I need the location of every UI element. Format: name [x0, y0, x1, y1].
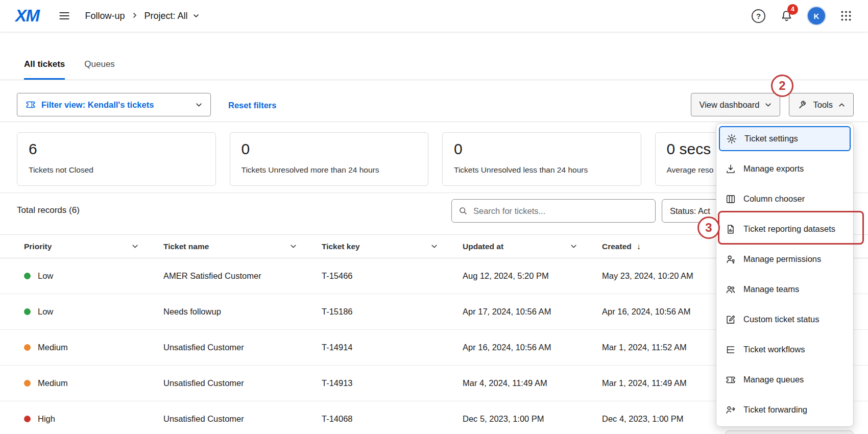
hamburger-menu-icon[interactable]: [58, 9, 71, 22]
tools-dropdown-menu: Ticket settings Manage exports Column ch…: [716, 123, 854, 427]
menu-item-label: Manage queues: [743, 375, 804, 384]
search-icon: [458, 206, 468, 216]
columns-icon: [725, 194, 736, 205]
stat-card-not-closed: 6 Tickets not Closed: [17, 132, 216, 186]
updated-at-cell: Aug 12, 2024, 5:20 PM: [463, 271, 602, 281]
column-label: Updated at: [463, 242, 503, 251]
ticket-name-cell: Unsatisfied Customer: [163, 343, 322, 352]
menu-item-manage-permissions[interactable]: Manage permissions: [716, 244, 853, 274]
partially-visible-button[interactable]: [725, 430, 854, 434]
priority-label: Low: [38, 307, 53, 317]
stat-label: Tickets Unresolved less than 24 hours: [454, 165, 630, 175]
priority-dot: [24, 344, 31, 351]
chevron-down-icon: [764, 101, 772, 109]
menu-item-manage-queues[interactable]: Manage queues: [716, 365, 853, 395]
project-selector[interactable]: Project: All: [144, 11, 200, 21]
column-label: Created: [602, 242, 632, 251]
updated-at-cell: Mar 4, 2024, 11:49 AM: [463, 378, 602, 388]
gear-icon: [726, 133, 737, 144]
chevron-down-icon: [290, 243, 297, 250]
stat-value: 6: [29, 140, 204, 158]
menu-item-label: Ticket reporting datasets: [743, 224, 835, 234]
tab-all-tickets[interactable]: All tickets: [24, 59, 65, 80]
chevron-up-icon: [838, 101, 846, 109]
updated-at-cell: Apr 16, 2024, 10:56 AM: [463, 343, 602, 352]
menu-item-ticket-settings[interactable]: Ticket settings: [719, 126, 851, 151]
reset-filters-link[interactable]: Reset filters: [228, 101, 276, 110]
menu-item-label: Column chooser: [743, 194, 805, 204]
person-key-icon: [725, 254, 736, 265]
tools-button[interactable]: Tools: [789, 93, 854, 116]
menu-item-label: Manage teams: [743, 284, 799, 294]
stat-card-unresolved-less-24h: 0 Tickets Unresolved less than 24 hours: [442, 132, 641, 186]
wrench-icon: [797, 100, 808, 110]
column-header-ticket-name[interactable]: Ticket name: [163, 242, 322, 251]
chevron-down-icon: [192, 12, 200, 19]
status-filter-label: Status: Act: [670, 206, 710, 216]
menu-item-manage-teams[interactable]: Manage teams: [716, 274, 853, 304]
view-dashboard-label: View dashboard: [699, 100, 759, 110]
tools-label: Tools: [813, 100, 833, 110]
column-label: Ticket key: [322, 242, 360, 251]
priority-cell: Medium: [24, 378, 163, 388]
stat-label: Tickets not Closed: [29, 165, 204, 175]
menu-item-ticket-forwarding[interactable]: Ticket forwarding: [716, 395, 853, 425]
top-bar-actions: ? 4 K: [752, 7, 853, 25]
ticket-key-cell: T-14913: [322, 378, 463, 388]
priority-cell: Low: [24, 271, 163, 281]
apps-grid-icon[interactable]: [839, 9, 853, 22]
priority-dot: [24, 416, 31, 422]
menu-item-manage-exports[interactable]: Manage exports: [716, 154, 853, 184]
column-header-priority[interactable]: Priority: [24, 242, 163, 251]
section-divider: [0, 122, 868, 122]
stat-value: 0: [454, 140, 630, 158]
priority-dot: [24, 273, 31, 279]
tab-bar-divider: [0, 80, 868, 80]
menu-item-custom-ticket-status[interactable]: Custom ticket status: [716, 304, 853, 334]
menu-item-label: Ticket forwarding: [743, 405, 807, 415]
filter-view-dropdown[interactable]: Filter view: Kendall's tickets: [17, 93, 211, 116]
menu-item-ticket-reporting-datasets[interactable]: Ticket reporting datasets: [716, 214, 853, 244]
ticket-icon: [725, 374, 736, 385]
breadcrumb-project[interactable]: Follow-up: [85, 11, 125, 21]
xm-logo[interactable]: XM: [15, 6, 39, 26]
filter-row-actions: View dashboard Tools: [691, 93, 854, 116]
priority-label: Medium: [38, 378, 68, 388]
column-header-ticket-key[interactable]: Ticket key: [322, 242, 463, 251]
ticket-name-cell: Needs followup: [163, 307, 322, 317]
ticket-key-cell: T-15466: [322, 271, 463, 281]
ticket-search: [451, 199, 656, 223]
avatar[interactable]: K: [808, 7, 825, 25]
menu-item-ticket-workflows[interactable]: Ticket workflows: [716, 334, 853, 365]
menu-item-label: Custom ticket status: [743, 315, 819, 324]
notifications-button[interactable]: 4: [780, 9, 793, 23]
menu-item-label: Manage permissions: [743, 254, 821, 264]
forward-arrow-icon: [725, 404, 736, 416]
stat-card-unresolved-more-24h: 0 Tickets Unresolved more than 24 hours: [230, 132, 429, 186]
menu-item-label: Ticket settings: [744, 134, 798, 143]
chevron-down-icon: [131, 243, 139, 250]
column-header-updated-at[interactable]: Updated at: [463, 242, 602, 251]
sort-descending-icon: ↓: [637, 242, 641, 251]
column-label: Priority: [24, 242, 52, 251]
notification-badge: 4: [787, 4, 798, 15]
breadcrumb: Follow-up Project: All: [85, 11, 200, 21]
filter-view-label: Filter view: Kendall's tickets: [41, 100, 154, 110]
updated-at-cell: Apr 17, 2024, 10:56 AM: [463, 307, 602, 317]
updated-at-cell: Dec 5, 2023, 1:00 PM: [463, 414, 602, 424]
menu-item-column-chooser[interactable]: Column chooser: [716, 184, 853, 214]
priority-cell: High: [24, 414, 163, 424]
ticket-key-cell: T-15186: [322, 307, 463, 317]
total-records-label: Total records (6): [17, 205, 80, 215]
view-dashboard-button[interactable]: View dashboard: [691, 93, 780, 116]
download-icon: [725, 163, 736, 175]
tab-bar: All tickets Queues: [24, 59, 115, 80]
search-input[interactable]: [473, 206, 649, 216]
stat-label: Tickets Unresolved more than 24 hours: [242, 165, 417, 175]
ticket-name-cell: Unsatisfied Customer: [163, 378, 322, 388]
tab-queues[interactable]: Queues: [84, 59, 115, 80]
ticket-name-cell: AMER Satisfied Customer: [163, 271, 322, 281]
help-icon[interactable]: ?: [752, 9, 765, 23]
column-label: Ticket name: [163, 242, 209, 251]
chevron-right-icon: [131, 11, 138, 21]
